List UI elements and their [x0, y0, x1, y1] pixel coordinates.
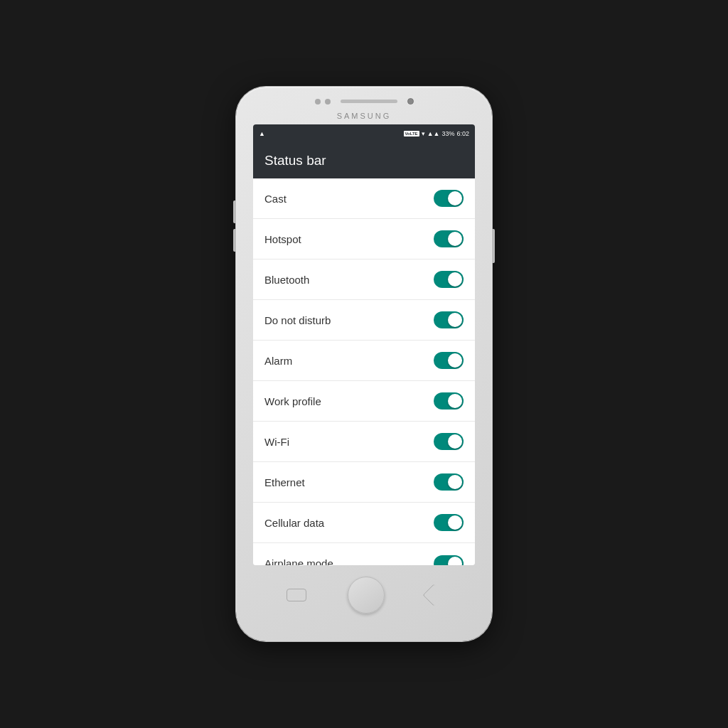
list-item-bluetooth: Bluetooth: [253, 259, 475, 300]
battery-level: 33%: [441, 130, 454, 137]
do-not-disturb-label: Do not disturb: [264, 314, 331, 326]
airplane-mode-label: Airplane mode: [264, 557, 333, 565]
phone-device: SAMSUNG ▲ VoLTE ▾ ▲▲ 33% 6:02 Status bar…: [236, 87, 492, 641]
sensor-dot-2: [325, 99, 331, 105]
work-profile-toggle[interactable]: [434, 392, 464, 410]
volume-down-button[interactable]: [233, 229, 236, 252]
status-bar-right: VoLTE ▾ ▲▲ 33% 6:02: [404, 130, 469, 137]
settings-list: Cast Hotspot Bluetooth Do not disturb Al…: [253, 178, 475, 565]
ethernet-label: Ethernet: [264, 476, 305, 488]
list-item-work-profile: Work profile: [253, 381, 475, 422]
ethernet-toggle[interactable]: [434, 473, 464, 491]
speaker-grille: [341, 100, 397, 103]
clock: 6:02: [456, 130, 469, 137]
list-item-do-not-disturb: Do not disturb: [253, 300, 475, 341]
list-item-wifi: Wi-Fi: [253, 422, 475, 462]
list-item-alarm: Alarm: [253, 341, 475, 381]
home-button[interactable]: [348, 577, 385, 614]
phone-bottom-nav: [245, 569, 483, 621]
status-bar-left: ▲: [259, 130, 265, 137]
sensor-dots: [315, 99, 331, 105]
bluetooth-label: Bluetooth: [264, 274, 309, 286]
alarm-toggle[interactable]: [434, 352, 464, 369]
sensor-dot-1: [315, 99, 321, 105]
volume-buttons: [233, 200, 236, 252]
signal-icon: ▲▲: [427, 130, 440, 137]
list-item-cast: Cast: [253, 178, 475, 219]
cast-toggle[interactable]: [434, 190, 464, 207]
do-not-disturb-toggle[interactable]: [434, 311, 464, 328]
wifi-label: Wi-Fi: [264, 436, 289, 448]
power-button[interactable]: [492, 229, 495, 263]
app-header: Status bar: [253, 143, 475, 178]
list-item-hotspot: Hotspot: [253, 219, 475, 259]
airplane-mode-toggle[interactable]: [434, 555, 464, 566]
cellular-data-label: Cellular data: [264, 517, 324, 529]
cast-label: Cast: [264, 193, 287, 205]
notification-icon: ▲: [259, 130, 265, 137]
list-item-cellular-data: Cellular data: [253, 503, 475, 543]
page-title: Status bar: [264, 153, 464, 168]
bluetooth-toggle[interactable]: [434, 271, 464, 288]
hotspot-toggle[interactable]: [434, 230, 464, 247]
hotspot-label: Hotspot: [264, 233, 301, 245]
wifi-toggle[interactable]: [434, 433, 464, 450]
front-camera: [407, 98, 414, 105]
recent-apps-button[interactable]: [287, 589, 306, 601]
volume-up-button[interactable]: [233, 200, 236, 223]
alarm-label: Alarm: [264, 355, 292, 367]
list-item-airplane-mode: Airplane mode: [253, 543, 475, 565]
phone-screen: ▲ VoLTE ▾ ▲▲ 33% 6:02 Status bar Cast Ho…: [253, 124, 475, 565]
volte-indicator: VoLTE: [404, 131, 419, 136]
system-status-bar: ▲ VoLTE ▾ ▲▲ 33% 6:02: [253, 124, 475, 143]
list-item-ethernet: Ethernet: [253, 462, 475, 503]
wifi-icon: ▾: [422, 130, 425, 137]
work-profile-label: Work profile: [264, 395, 321, 407]
cellular-data-toggle[interactable]: [434, 514, 464, 531]
back-button[interactable]: [422, 584, 444, 606]
brand-label: SAMSUNG: [337, 112, 392, 120]
phone-top-bar: [245, 95, 483, 107]
